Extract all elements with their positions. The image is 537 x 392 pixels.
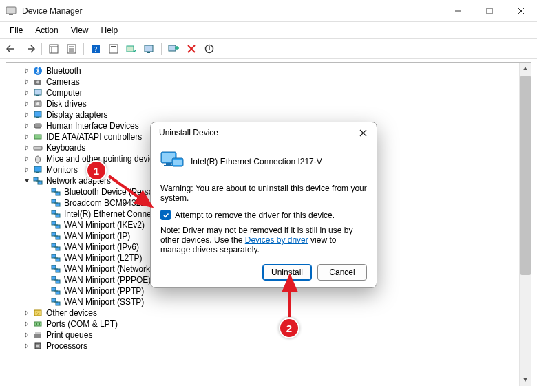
expander-icon[interactable] xyxy=(23,342,31,350)
svg-rect-57 xyxy=(56,236,60,239)
tree-category[interactable]: Disk drives xyxy=(23,98,531,109)
tree-category[interactable]: ?Other devices xyxy=(23,307,531,318)
expander-icon[interactable] xyxy=(23,100,31,108)
dialog-close-button[interactable] xyxy=(355,124,371,141)
help-button[interactable]: ? xyxy=(88,41,103,56)
category-icon xyxy=(32,142,43,153)
svg-rect-80 xyxy=(36,323,37,325)
category-label: Bluetooth xyxy=(46,65,81,76)
menu-action[interactable]: Action xyxy=(30,24,63,36)
svg-rect-34 xyxy=(36,117,39,118)
category-label: Other devices xyxy=(46,307,97,318)
cancel-button[interactable]: Cancel xyxy=(317,264,367,281)
svg-rect-59 xyxy=(52,243,56,247)
expander-icon[interactable] xyxy=(23,320,31,328)
svg-rect-6 xyxy=(7,48,14,50)
menu-view[interactable]: View xyxy=(65,24,94,36)
remove-driver-checkbox[interactable] xyxy=(160,210,171,220)
device-icon xyxy=(50,263,61,274)
uninstall-device-dialog: Uninstall Device Intel(R) Ethernet Conne… xyxy=(150,122,377,288)
expander-icon[interactable] xyxy=(23,122,31,130)
action-button[interactable] xyxy=(106,41,121,56)
expander-icon[interactable] xyxy=(23,144,31,152)
uninstall-button[interactable]: Uninstall xyxy=(262,264,312,281)
update-driver-button[interactable] xyxy=(124,41,139,56)
svg-rect-51 xyxy=(56,214,60,217)
titlebar: Device Manager xyxy=(0,0,537,22)
menubar: File Action View Help xyxy=(0,22,537,39)
dialog-device-name: Intel(R) Ethernet Connection I217-V xyxy=(191,157,322,166)
category-label: Processors xyxy=(46,340,87,351)
category-icon xyxy=(32,120,43,131)
device-icon xyxy=(50,274,61,285)
expander-icon[interactable] xyxy=(23,89,31,97)
expander-icon[interactable] xyxy=(23,331,31,339)
enable-device-button[interactable] xyxy=(166,41,181,56)
back-button[interactable] xyxy=(4,41,19,56)
svg-rect-41 xyxy=(34,177,38,181)
expander-icon[interactable] xyxy=(23,309,31,317)
expander-icon[interactable] xyxy=(23,166,31,174)
tree-category[interactable]: Ports (COM & LPT) xyxy=(23,318,531,329)
tree-device-item[interactable]: WAN Miniport (SSTP) xyxy=(50,296,531,307)
expander-icon[interactable] xyxy=(23,67,31,75)
uninstall-device-button[interactable] xyxy=(184,41,199,56)
svg-rect-56 xyxy=(52,232,56,236)
tree-category[interactable]: Display adapters xyxy=(23,109,531,120)
svg-rect-93 xyxy=(173,160,182,165)
category-label: Cameras xyxy=(46,76,80,87)
svg-rect-17 xyxy=(109,45,118,53)
maximize-button[interactable] xyxy=(474,0,505,21)
svg-rect-79 xyxy=(34,322,41,326)
forward-button[interactable] xyxy=(22,41,37,56)
toolbar-separator xyxy=(83,43,84,55)
category-icon xyxy=(32,87,43,98)
svg-rect-3 xyxy=(487,8,492,14)
expander-icon[interactable] xyxy=(23,155,31,163)
svg-rect-1 xyxy=(9,14,13,15)
category-icon xyxy=(32,340,43,351)
tree-category[interactable]: Cameras xyxy=(23,76,531,87)
svg-rect-35 xyxy=(34,124,41,128)
close-button[interactable] xyxy=(505,0,537,21)
properties-button[interactable] xyxy=(64,41,79,56)
dialog-warning-text: Warning: You are about to uninstall this… xyxy=(160,184,367,203)
toolbar-separator xyxy=(161,43,162,55)
category-label: Disk drives xyxy=(46,98,87,109)
menu-help[interactable]: Help xyxy=(96,24,124,36)
svg-rect-85 xyxy=(36,345,39,347)
category-icon xyxy=(32,329,43,340)
svg-rect-53 xyxy=(52,221,56,225)
svg-rect-72 xyxy=(56,291,60,294)
menu-file[interactable]: File xyxy=(4,24,28,36)
svg-rect-44 xyxy=(52,188,56,192)
show-hide-tree-button[interactable] xyxy=(46,41,61,56)
scan-hardware-button[interactable] xyxy=(142,41,157,56)
category-label: Computer xyxy=(46,87,83,98)
svg-rect-21 xyxy=(147,52,150,53)
expander-icon[interactable] xyxy=(23,177,31,185)
category-label: Monitors xyxy=(46,164,78,175)
expander-icon[interactable] xyxy=(23,78,31,86)
svg-rect-62 xyxy=(52,254,56,258)
vertical-scrollbar[interactable]: ▲ ▼ xyxy=(519,63,531,386)
minimize-button[interactable] xyxy=(442,0,474,21)
tree-category[interactable]: Bluetooth xyxy=(23,65,531,76)
category-icon xyxy=(32,131,43,142)
category-label: Human Interface Devices xyxy=(46,120,139,131)
device-icon xyxy=(50,186,61,197)
disable-device-button[interactable] xyxy=(202,41,217,56)
svg-rect-0 xyxy=(6,7,16,14)
category-icon: ? xyxy=(32,307,43,318)
device-icon xyxy=(50,241,61,252)
device-icon xyxy=(50,230,61,241)
device-label: WAN Miniport (PPTP) xyxy=(64,285,144,296)
devices-by-driver-link[interactable]: Devices by driver xyxy=(245,235,308,245)
svg-rect-54 xyxy=(56,225,60,228)
window-controls xyxy=(442,0,537,21)
tree-category[interactable]: Computer xyxy=(23,87,531,98)
tree-category[interactable]: Processors xyxy=(23,340,531,351)
expander-icon[interactable] xyxy=(23,111,31,119)
expander-icon[interactable] xyxy=(23,133,31,141)
tree-category[interactable]: Print queues xyxy=(23,329,531,340)
